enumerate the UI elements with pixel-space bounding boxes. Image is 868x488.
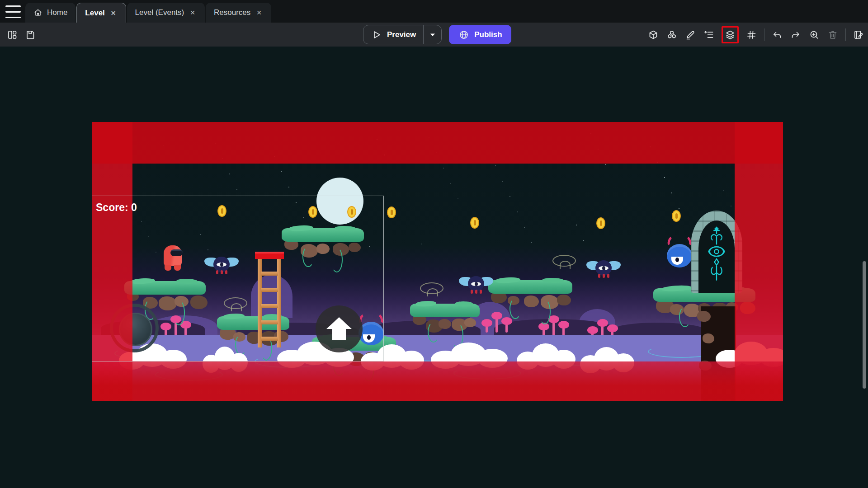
save-icon[interactable] — [24, 29, 36, 41]
highlight-box — [722, 26, 739, 43]
publish-button[interactable]: Publish — [449, 25, 511, 44]
star-dot — [509, 196, 510, 197]
mushroom-cluster — [480, 307, 511, 333]
star-dot — [679, 208, 679, 209]
preview-dropdown-button[interactable] — [423, 25, 441, 44]
star-dot — [458, 198, 458, 199]
layers-icon[interactable] — [724, 29, 736, 41]
trash-icon[interactable] — [827, 29, 839, 41]
scene-edit-icon[interactable] — [853, 29, 864, 41]
grass-top — [488, 280, 572, 294]
play-icon — [371, 29, 382, 41]
object-cube-icon[interactable] — [647, 29, 659, 41]
star-dot — [723, 190, 724, 191]
bat-enemy[interactable] — [586, 260, 621, 277]
instance-list-icon[interactable] — [703, 29, 715, 41]
tab-resources[interactable]: Resources✕ — [206, 3, 271, 23]
grid-icon[interactable] — [745, 29, 757, 41]
toolbar-center-group: Preview Publish — [363, 25, 511, 44]
toolbar-left-icons — [6, 29, 36, 41]
zoom-in-icon[interactable] — [808, 29, 820, 41]
tab-close-icon[interactable]: ✕ — [189, 8, 197, 17]
scene-editor-canvas[interactable]: Score: 0 2283;-300 — [0, 47, 868, 488]
star-dot — [450, 183, 451, 184]
tab-label: Level — [85, 9, 104, 18]
eye-swirl-decoration — [552, 255, 576, 267]
star-dot — [671, 192, 672, 193]
star-dot — [576, 225, 577, 225]
panels-icon[interactable] — [6, 29, 18, 41]
tab-home[interactable]: Home — [25, 3, 75, 23]
star-dot — [517, 211, 518, 212]
star-dot — [731, 206, 731, 206]
tab-close-icon[interactable]: ✕ — [255, 8, 263, 17]
platform-island[interactable] — [488, 280, 572, 309]
tab-strip: HomeLevel✕Level (Events)✕Resources✕ — [25, 3, 272, 23]
star-dot — [502, 181, 503, 182]
tab-level[interactable]: Level✕ — [76, 3, 126, 23]
pencil-icon[interactable] — [684, 29, 696, 41]
tab-close-icon[interactable]: ✕ — [109, 9, 118, 18]
score-text-object[interactable]: Score: 0 — [96, 202, 137, 214]
app-window: HomeLevel✕Level (Events)✕Resources✕ Prev… — [0, 0, 868, 488]
toolbar-divider — [845, 28, 846, 41]
level-border-top[interactable] — [92, 122, 783, 164]
home-icon — [33, 8, 42, 17]
level-border-bottom[interactable] — [92, 361, 783, 401]
star-dot — [288, 187, 289, 188]
publish-button-label: Publish — [474, 30, 502, 39]
undo-icon[interactable] — [771, 29, 783, 41]
vertical-scrollbar[interactable] — [863, 261, 866, 389]
star-dot — [664, 177, 665, 178]
level-frame[interactable]: Score: 0 — [92, 122, 783, 401]
toolbar: Preview Publish — [0, 23, 868, 47]
instances-icon[interactable] — [666, 29, 678, 41]
star-dot — [236, 189, 237, 190]
star-dot — [443, 168, 444, 169]
star-dot — [524, 227, 525, 228]
star-dot — [281, 171, 282, 172]
coin[interactable] — [596, 217, 605, 229]
star-dot — [531, 242, 532, 243]
coin[interactable] — [470, 217, 479, 229]
hamburger-icon[interactable] — [5, 5, 21, 18]
chevron-down-icon — [427, 29, 439, 41]
horned-monster[interactable] — [667, 236, 692, 274]
platform-island[interactable] — [410, 304, 480, 333]
toolbar-divider — [764, 28, 764, 41]
preview-button-label: Preview — [387, 30, 416, 39]
preview-button-main[interactable]: Preview — [363, 25, 423, 44]
globe-icon — [458, 29, 470, 41]
coin[interactable] — [672, 210, 681, 222]
selection-rectangle — [92, 196, 384, 361]
tab-label: Home — [47, 8, 67, 17]
tab-label: Resources — [214, 8, 250, 17]
tab-level-events-[interactable]: Level (Events)✕ — [127, 3, 205, 23]
star-dot — [583, 240, 584, 241]
star-dot — [495, 165, 496, 166]
redo-icon[interactable] — [790, 29, 802, 41]
star-dot — [229, 174, 230, 174]
star-dot — [421, 244, 422, 244]
grass-top — [410, 304, 480, 317]
preview-button[interactable]: Preview — [363, 25, 442, 44]
bat-enemy[interactable] — [459, 276, 493, 293]
toolbar-right-icons — [647, 23, 864, 47]
coin[interactable] — [387, 206, 396, 218]
tab-label: Level (Events) — [135, 8, 184, 17]
level-border-right[interactable] — [735, 122, 783, 401]
eye-swirl-decoration — [420, 282, 443, 294]
star-dot — [605, 164, 606, 165]
tab-bar: HomeLevel✕Level (Events)✕Resources✕ — [0, 0, 868, 23]
